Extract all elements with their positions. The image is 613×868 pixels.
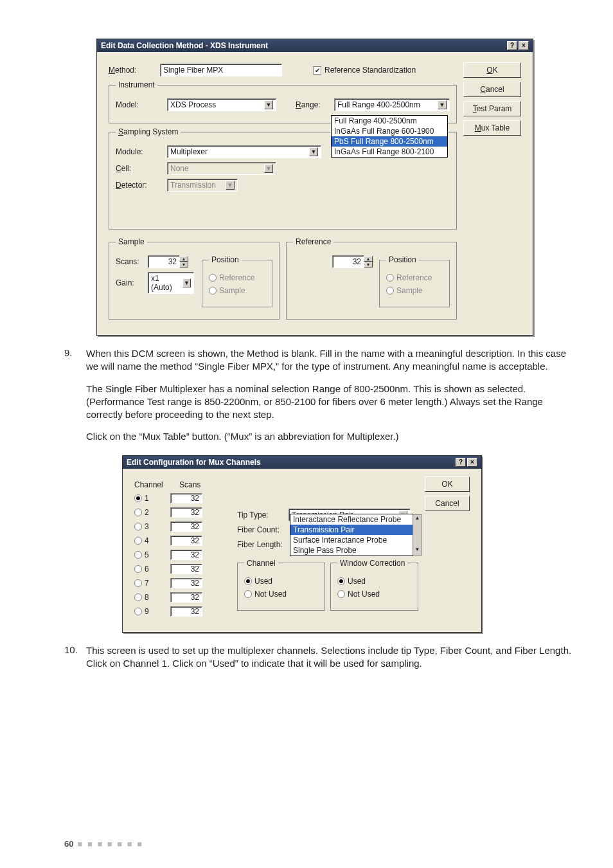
ok-button[interactable]: OK bbox=[463, 62, 521, 78]
help-icon[interactable]: ? bbox=[456, 458, 466, 467]
channel-scans[interactable]: 32 bbox=[170, 606, 202, 617]
channel-row[interactable]: 232 bbox=[134, 507, 237, 518]
dialog-title: Edit Data Collection Method - XDS Instru… bbox=[101, 41, 268, 50]
chevron-down-icon: ▼ bbox=[264, 100, 273, 109]
detector-select: Transmission ▼ bbox=[167, 179, 238, 192]
ref-scans-spinner[interactable]: ▲▼ bbox=[364, 256, 373, 267]
ref-std-checkbox[interactable]: ✔ Reference Standardization bbox=[313, 66, 416, 75]
fiber-length-label: Fiber Length: bbox=[237, 540, 289, 549]
channel-used-radio[interactable]: Used bbox=[244, 577, 318, 586]
channel-notused-radio[interactable]: Not Used bbox=[244, 590, 318, 599]
range-option[interactable]: Full Range 400-2500nm bbox=[332, 116, 447, 126]
ref-scans-input[interactable]: 32 bbox=[332, 255, 364, 268]
channel-scans[interactable]: 32 bbox=[170, 521, 202, 532]
mux-table-button[interactable]: Mux Table bbox=[463, 120, 521, 136]
edit-mux-channels-dialog: Edit Configuration for Mux Channels ? × … bbox=[122, 455, 482, 633]
close-icon[interactable]: × bbox=[519, 41, 529, 50]
channel-scans[interactable]: 32 bbox=[170, 550, 202, 560]
range-label: Range: bbox=[296, 100, 334, 109]
channel-number: 7 bbox=[145, 579, 170, 588]
channel-scans[interactable]: 32 bbox=[170, 564, 202, 574]
method-input[interactable]: Single Fiber MPX bbox=[160, 64, 282, 77]
tip-option-selected[interactable]: Transmission Pair bbox=[290, 525, 413, 535]
radio-icon bbox=[209, 287, 217, 294]
channel-number: 6 bbox=[145, 565, 170, 574]
spin-up-icon: ▲ bbox=[364, 256, 373, 262]
scans-spinner[interactable]: ▲▼ bbox=[179, 256, 188, 267]
channel-scans[interactable]: 32 bbox=[170, 493, 202, 503]
tip-option[interactable]: Interactance Reflectance Probe bbox=[290, 514, 413, 525]
step-9-p1: When this DCM screen is shown, the Metho… bbox=[86, 347, 574, 374]
scans-label: Scans: bbox=[116, 257, 148, 266]
range-option[interactable]: InGaAs Full Range 800-2100 bbox=[332, 147, 447, 157]
channel-scans[interactable]: 32 bbox=[170, 592, 202, 602]
channel-scans[interactable]: 32 bbox=[170, 507, 202, 518]
radio-selected-icon bbox=[337, 577, 345, 585]
step-10-p1: This screen is used to set up the multip… bbox=[86, 644, 574, 671]
channel-number: 8 bbox=[145, 593, 170, 602]
detector-label: Detector: bbox=[116, 181, 167, 190]
fiber-count-label: Fiber Count: bbox=[237, 525, 289, 534]
range-option[interactable]: InGaAs Full Range 600-1900 bbox=[332, 126, 447, 136]
sample-group: Sample Scans: 32 ▲▼ Gain: bbox=[109, 237, 280, 320]
spin-down-icon: ▼ bbox=[179, 262, 188, 267]
radio-icon bbox=[134, 494, 142, 502]
channel-row[interactable]: 632 bbox=[134, 564, 237, 574]
tip-type-dropdown-list[interactable]: Interactance Reflectance Probe Transmiss… bbox=[290, 514, 413, 556]
channel-number: 2 bbox=[145, 508, 170, 517]
channel-row[interactable]: 332 bbox=[134, 521, 237, 532]
ok-button[interactable]: OK bbox=[425, 476, 470, 492]
radio-icon bbox=[244, 590, 252, 598]
channel-row[interactable]: 432 bbox=[134, 536, 237, 546]
step-9: 9. When this DCM screen is shown, the Me… bbox=[64, 347, 574, 453]
scans-header: Scans bbox=[179, 480, 200, 489]
cell-label: Cell: bbox=[116, 164, 167, 173]
channel-scans[interactable]: 32 bbox=[170, 578, 202, 588]
close-icon[interactable]: × bbox=[467, 458, 477, 467]
window-used-radio[interactable]: Used bbox=[337, 577, 411, 586]
step-number: 9. bbox=[64, 347, 86, 453]
gain-select[interactable]: x1 (Auto) ▼ bbox=[148, 272, 194, 294]
radio-icon bbox=[134, 593, 142, 601]
sample-position-group: Position Reference Sample bbox=[202, 255, 272, 307]
channel-row[interactable]: 532 bbox=[134, 550, 237, 560]
module-select[interactable]: Multiplexer ▼ bbox=[167, 145, 321, 158]
step-number: 10. bbox=[64, 644, 86, 680]
channel-row[interactable]: 932 bbox=[134, 606, 237, 617]
radio-icon bbox=[386, 287, 394, 294]
window-notused-radio[interactable]: Not Used bbox=[337, 590, 411, 599]
chevron-down-icon: ▼ bbox=[182, 278, 191, 287]
step-9-p2: The Single Fiber Multiplexer has a nomin… bbox=[86, 383, 574, 422]
help-icon[interactable]: ? bbox=[507, 41, 517, 50]
channel-row[interactable]: 732 bbox=[134, 578, 237, 588]
page-number: 60 bbox=[64, 839, 73, 849]
model-select[interactable]: XDS Process ▼ bbox=[167, 98, 276, 111]
step-9-p3: Click on the “Mux Table” button. (“Mux” … bbox=[86, 430, 574, 443]
channel-row[interactable]: 132 bbox=[134, 493, 237, 503]
scrollbar[interactable]: ▲ ▼ bbox=[413, 514, 422, 556]
cancel-button[interactable]: Cancel bbox=[425, 496, 470, 511]
reference-legend: Reference bbox=[293, 237, 333, 246]
window-correction-group: Window Correction Used Not Used bbox=[330, 559, 418, 611]
tip-option[interactable]: Single Pass Probe bbox=[290, 545, 413, 556]
spin-down-icon: ▼ bbox=[364, 262, 373, 267]
window-group-legend: Window Correction bbox=[337, 559, 407, 568]
test-param-button[interactable]: Test Param bbox=[463, 101, 521, 116]
radio-icon bbox=[134, 579, 142, 587]
dialog-titlebar: Edit Configuration for Mux Channels ? × bbox=[123, 456, 481, 469]
channel-scans[interactable]: 32 bbox=[170, 536, 202, 546]
range-option-selected[interactable]: PbS Full Range 800-2500nm bbox=[332, 136, 447, 147]
channel-row[interactable]: 832 bbox=[134, 592, 237, 602]
channel-header: Channel bbox=[134, 480, 179, 489]
range-select[interactable]: Full Range 400-2500nm ▼ bbox=[334, 98, 450, 111]
cancel-button[interactable]: Cancel bbox=[463, 82, 521, 97]
reference-position-group: Position Reference Sample bbox=[379, 255, 450, 307]
scans-input[interactable]: 32 bbox=[148, 255, 180, 268]
range-dropdown-list[interactable]: Full Range 400-2500nm InGaAs Full Range … bbox=[331, 115, 448, 158]
gain-label: Gain: bbox=[116, 278, 148, 287]
tip-option[interactable]: Surface Interactance Probe bbox=[290, 535, 413, 545]
radio-icon bbox=[209, 274, 217, 282]
channel-group-legend: Channel bbox=[244, 559, 278, 568]
dialog-title: Edit Configuration for Mux Channels bbox=[127, 458, 261, 467]
radio-icon bbox=[134, 608, 142, 615]
